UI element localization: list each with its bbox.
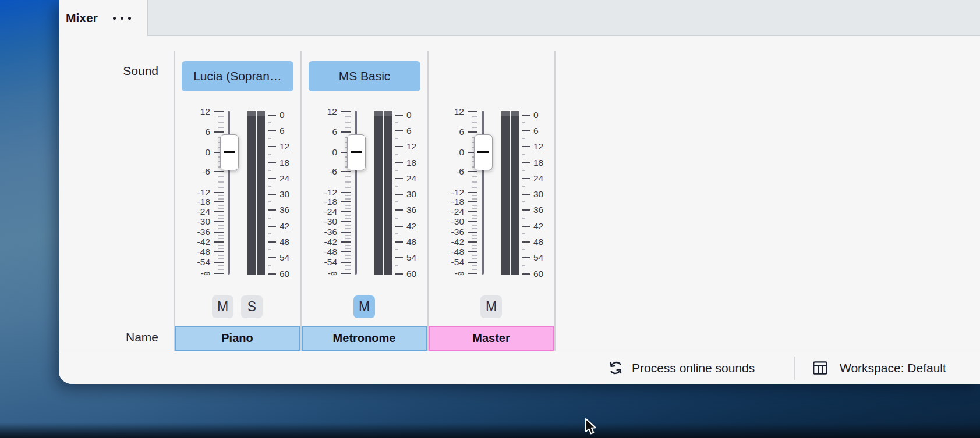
- db-label: -24: [428, 206, 464, 217]
- db-tick: [214, 192, 224, 193]
- db-tick: [522, 115, 530, 116]
- db-tick: [522, 178, 530, 179]
- tab-mixer-label: Mixer: [66, 11, 98, 25]
- db-tick: [522, 257, 530, 258]
- process-online-sounds-button[interactable]: Process online sounds: [608, 351, 755, 384]
- level-meter-right: [511, 111, 519, 275]
- db-minor-tick: [345, 269, 351, 270]
- solo-button[interactable]: S: [241, 295, 263, 318]
- db-minor-tick: [395, 249, 398, 250]
- db-label: 48: [406, 237, 430, 247]
- db-label: -∞: [301, 268, 337, 279]
- db-minor-tick: [345, 187, 351, 188]
- db-minor-tick: [472, 187, 477, 188]
- level-meter-right: [257, 111, 265, 275]
- db-label: 12: [428, 106, 464, 117]
- level-meter-cap: [257, 111, 265, 116]
- sync-icon: [608, 360, 624, 376]
- sound-row-label: Sound: [59, 64, 158, 78]
- channel-name[interactable]: Piano: [175, 326, 300, 351]
- sound-button[interactable]: MS Basic: [309, 61, 420, 91]
- db-label: 36: [533, 205, 557, 215]
- db-tick: [341, 241, 351, 243]
- mute-button[interactable]: M: [353, 295, 375, 318]
- fader-handle-mark: [351, 151, 362, 153]
- db-minor-tick: [345, 127, 351, 128]
- db-minor-tick: [345, 116, 351, 117]
- db-tick: [522, 209, 530, 211]
- db-minor-tick: [472, 181, 477, 183]
- db-label: 12: [406, 141, 430, 152]
- db-minor-tick: [472, 205, 477, 206]
- db-minor-tick: [472, 116, 477, 117]
- db-tick: [395, 115, 403, 116]
- db-label: 54: [280, 252, 303, 263]
- db-tick: [214, 211, 224, 212]
- fader-handle-mark: [477, 151, 489, 153]
- db-label: 12: [280, 141, 303, 152]
- channel-name[interactable]: Metronome: [302, 326, 427, 351]
- db-minor-tick: [395, 138, 398, 139]
- db-tick: [395, 130, 403, 131]
- db-label: 0: [406, 110, 430, 120]
- sound-button[interactable]: Lucia (Sopran…: [182, 61, 293, 91]
- db-label: -54: [174, 257, 210, 268]
- db-label: 42: [280, 221, 303, 232]
- db-minor-tick: [472, 225, 477, 226]
- db-minor-tick: [345, 122, 351, 123]
- channel-name[interactable]: Master: [429, 326, 554, 351]
- db-minor-tick: [395, 186, 398, 187]
- panel-menu-button[interactable]: [112, 13, 132, 23]
- db-tick: [268, 273, 276, 275]
- db-minor-tick: [218, 127, 224, 128]
- channel-strip-metronome: MS Basic 1260-6-12-18-24-30-36-42-48-54-…: [301, 0, 427, 351]
- db-tick: [341, 232, 351, 233]
- db-label: -30: [428, 216, 464, 227]
- db-label: -6: [428, 166, 464, 177]
- db-minor-tick: [218, 205, 224, 206]
- db-tick: [214, 221, 224, 222]
- db-tick: [341, 131, 351, 133]
- db-minor-tick: [218, 215, 224, 216]
- mute-button[interactable]: M: [212, 295, 233, 318]
- level-meter-right: [384, 111, 392, 275]
- db-minor-tick: [472, 122, 477, 123]
- channel-buttons: M: [301, 295, 427, 318]
- db-minor-tick: [395, 265, 398, 266]
- db-tick: [468, 192, 477, 193]
- db-minor-tick: [522, 265, 525, 266]
- fader-handle[interactable]: [474, 134, 493, 170]
- db-minor-tick: [268, 170, 271, 171]
- db-label: -30: [174, 216, 210, 227]
- db-minor-tick: [472, 238, 477, 239]
- db-tick: [341, 171, 351, 172]
- db-minor-tick: [345, 228, 351, 229]
- fader-handle[interactable]: [347, 134, 366, 170]
- db-minor-tick: [472, 218, 477, 219]
- workspace-label: Workspace: Default: [840, 361, 946, 375]
- tab-mixer[interactable]: Mixer: [59, 0, 147, 36]
- db-label: 6: [533, 126, 557, 136]
- db-tick: [268, 241, 276, 243]
- db-minor-tick: [472, 245, 477, 246]
- db-minor-tick: [218, 248, 224, 249]
- db-tick: [341, 273, 351, 274]
- fader-handle[interactable]: [220, 134, 239, 170]
- level-meter-left: [374, 111, 383, 275]
- db-tick: [522, 241, 530, 243]
- db-label: 6: [174, 127, 210, 137]
- db-minor-tick: [345, 225, 351, 226]
- db-label: 6: [428, 127, 464, 137]
- level-meter-cap: [384, 111, 392, 116]
- db-tick: [395, 257, 403, 258]
- db-tick: [522, 194, 530, 195]
- workspace-button[interactable]: Workspace: Default: [812, 351, 946, 384]
- ellipsis-dot-icon: [128, 17, 131, 20]
- desktop-background: Mixer Sound Name Lucia (Sopran… 1260-6-1…: [0, 0, 980, 438]
- db-label: -36: [174, 227, 210, 237]
- db-tick: [214, 262, 224, 263]
- db-tick: [468, 171, 477, 172]
- db-tick: [468, 221, 477, 222]
- db-label: -18: [301, 197, 337, 207]
- mute-button[interactable]: M: [480, 295, 502, 318]
